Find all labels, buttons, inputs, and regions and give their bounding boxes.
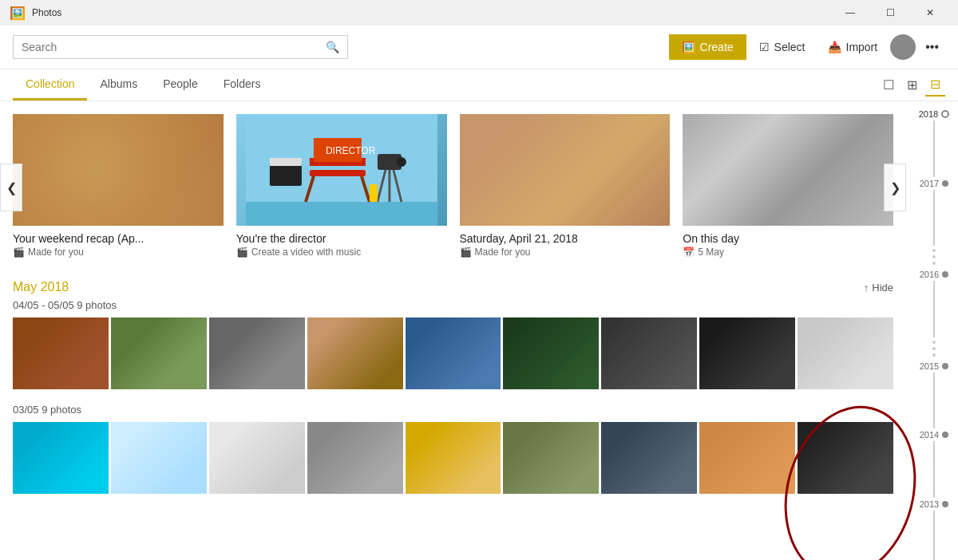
title-bar: 🖼️ Photos — ☐ ✕: [0, 0, 958, 26]
photo-item[interactable]: [111, 422, 207, 494]
carousel-subtitle-3: 📅 5 May: [683, 246, 893, 258]
tab-albums[interactable]: Albums: [87, 69, 150, 101]
tab-people[interactable]: People: [150, 69, 211, 101]
view-compact-btn[interactable]: ⊟: [925, 73, 945, 97]
carousel-card-0[interactable]: Your weekend recap (Ap... 🎬 Made for you: [13, 114, 224, 261]
maximize-button[interactable]: ☐: [872, 0, 909, 26]
carousel-info-1: You're the director 🎬 Create a video wit…: [236, 226, 447, 261]
photo-item[interactable]: [699, 317, 795, 389]
timeline-dot-2015: [942, 363, 948, 369]
carousel-subtitle-icon-2: 🎬: [460, 246, 472, 258]
photo-item[interactable]: [798, 317, 893, 389]
carousel-info-2: Saturday, April 21, 2018 🎬 Made for you: [460, 226, 671, 261]
view-controls: ☐ ⊞ ⊟: [878, 73, 945, 97]
more-button[interactable]: •••: [919, 34, 945, 61]
timeline-line: [933, 190, 935, 246]
svg-rect-2: [310, 170, 366, 176]
tab-folders[interactable]: Folders: [211, 69, 274, 101]
select-icon: ☑: [759, 41, 770, 53]
photo-grid-2: [0, 422, 906, 494]
search-input[interactable]: [22, 41, 326, 53]
timeline-year-2016[interactable]: 2016: [920, 268, 948, 281]
svg-rect-1: [246, 202, 437, 226]
timeline-dot-2017: [942, 180, 948, 187]
svg-rect-15: [370, 184, 378, 202]
photo-item[interactable]: [601, 422, 697, 494]
title-bar-left: 🖼️ Photos: [10, 6, 61, 21]
timeline-line: [933, 441, 935, 498]
timeline-year-2015[interactable]: 2015: [920, 360, 948, 373]
photo-item[interactable]: [13, 422, 109, 494]
hide-button[interactable]: ↑ Hide: [864, 282, 893, 294]
photo-item[interactable]: [13, 317, 109, 389]
photo-item[interactable]: [699, 422, 795, 494]
section-header-may2018: May 2018 ↑ Hide: [0, 274, 906, 298]
photo-item[interactable]: [601, 317, 697, 389]
photo-item[interactable]: [406, 317, 501, 389]
svg-point-9: [397, 157, 406, 167]
photo-item[interactable]: [406, 422, 501, 494]
avatar[interactable]: [890, 34, 916, 60]
photo-item[interactable]: [209, 317, 305, 389]
carousel-thumb-2: [460, 114, 671, 226]
svg-rect-14: [270, 158, 302, 166]
toolbar-right: 🖼️ Create ☑ Select 📥 Import •••: [669, 34, 945, 61]
carousel-thumb-0: [13, 114, 224, 226]
timeline-line: [933, 373, 935, 429]
close-button[interactable]: ✕: [912, 0, 948, 26]
tab-collection[interactable]: Collection: [13, 69, 87, 101]
carousel-card-1[interactable]: DIRECTOR: [236, 114, 447, 261]
nav-tabs: Collection Albums People Folders ☐ ⊞ ⊟: [0, 69, 958, 101]
photo-item[interactable]: [307, 317, 403, 389]
app-title: Photos: [32, 7, 61, 18]
section-month: May 2018: [13, 280, 69, 294]
timeline-gap-dots: [932, 246, 936, 268]
timeline-year-2014[interactable]: 2014: [920, 428, 948, 441]
photo-item[interactable]: [111, 317, 207, 389]
carousel-items: Your weekend recap (Ap... 🎬 Made for you: [13, 114, 893, 261]
date-range-2: 03/05 9 photos: [0, 402, 906, 422]
timeline-dot-2013: [942, 501, 948, 507]
timeline-gap-dots-2: [932, 337, 936, 360]
scroll-content: ❮ Your weekend recap (Ap... 🎬 Made for y…: [0, 101, 958, 494]
minimize-button[interactable]: —: [832, 0, 869, 26]
carousel-left-arrow[interactable]: ❮: [0, 164, 22, 211]
carousel-title-1: You're the director: [236, 232, 447, 245]
carousel-subtitle-icon-0: 🎬: [13, 246, 25, 258]
photo-item[interactable]: [209, 422, 305, 494]
create-icon: 🖼️: [682, 41, 695, 53]
carousel-subtitle-icon-1: 🎬: [236, 246, 248, 258]
carousel-info-3: On this day 📅 5 May: [683, 226, 893, 261]
photo-item[interactable]: [503, 422, 599, 494]
carousel-right-arrow[interactable]: ❯: [884, 164, 906, 211]
photo-item[interactable]: [503, 317, 599, 389]
carousel-card-2[interactable]: Saturday, April 21, 2018 🎬 Made for you: [460, 114, 671, 261]
title-bar-controls: — ☐ ✕: [832, 0, 948, 26]
timeline-year-2013[interactable]: 2013: [920, 498, 948, 511]
carousel-title-0: Your weekend recap (Ap...: [13, 232, 224, 245]
import-icon: 📥: [828, 41, 841, 53]
carousel-info-0: Your weekend recap (Ap... 🎬 Made for you: [13, 226, 224, 261]
search-icon-btn[interactable]: 🔍: [326, 41, 339, 53]
app-window: 🔍 🖼️ Create ☑ Select 📥 Import ••• Collec…: [0, 26, 958, 560]
carousel-subtitle-icon-3: 📅: [683, 246, 695, 258]
create-button[interactable]: 🖼️ Create: [669, 34, 746, 60]
timeline-dot-2014: [942, 432, 948, 438]
import-button[interactable]: 📥 Import: [818, 34, 888, 60]
photo-grid-1: [0, 317, 906, 389]
carousel-card-3[interactable]: On this day 📅 5 May: [683, 114, 893, 261]
main-content[interactable]: ❮ Your weekend recap (Ap... 🎬 Made for y…: [0, 101, 958, 560]
carousel-section: ❮ Your weekend recap (Ap... 🎬 Made for y…: [0, 101, 906, 274]
photo-item[interactable]: [307, 422, 403, 494]
view-single-btn[interactable]: ☐: [878, 73, 899, 97]
view-grid-btn[interactable]: ⊞: [902, 73, 922, 97]
select-button[interactable]: ☑ Select: [750, 34, 815, 60]
timeline-line: [933, 120, 935, 177]
svg-text:DIRECTOR: DIRECTOR: [326, 145, 376, 156]
carousel-subtitle-1: 🎬 Create a video with music: [236, 246, 447, 258]
search-box[interactable]: 🔍: [13, 35, 348, 59]
timeline-year-2018[interactable]: 2018: [919, 108, 949, 120]
photo-item[interactable]: [798, 422, 893, 494]
timeline-year-2017[interactable]: 2017: [920, 177, 948, 190]
date-range-1: 04/05 - 05/05 9 photos: [0, 298, 906, 317]
